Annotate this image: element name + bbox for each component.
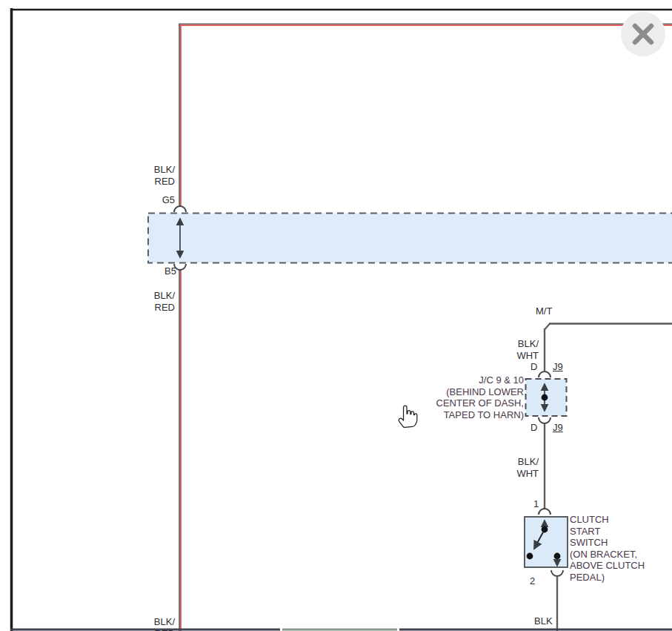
wire-mt-branch [545,324,672,330]
pin-label-d-upper: D [530,361,537,373]
close-icon [621,12,665,56]
terminal-label-g5: G5 [162,194,175,206]
branch-label-mt: M/T [536,305,552,317]
wire-label-blk-red-top: BLK/ RED [154,164,175,188]
highlight-band [148,214,672,263]
component-label-clutch-switch: CLUTCH START SWITCH (ON BRACKET, ABOVE C… [570,514,645,583]
pin-label-d-lower: D [530,422,537,434]
hand-cursor-icon [397,403,418,432]
pin-label-1: 1 [533,498,539,510]
wire-label-blk-wht-upper: BLK/ WHT [516,338,539,362]
pin-label-2: 2 [530,575,535,587]
component-label-junction: J/C 9 & 10 (BEHIND LOWER CENTER OF DASH,… [436,374,524,420]
connector-label-j9-lower: J9 [553,422,563,434]
wire-label-blk-red-bottom: BLK/ RED [154,616,175,631]
wire-label-blk-wht-lower: BLK/ WHT [516,456,539,480]
diagram-viewer: BLK/ RED G5 B5 BLK/ RED BLK/ RED M/T BLK… [0,0,672,631]
wire-label-blk: BLK [534,615,553,627]
close-button[interactable] [621,12,665,56]
wire-label-blk-red-mid: BLK/ RED [154,290,175,314]
clutch-start-switch-box [525,509,568,576]
connector-label-j9-upper: J9 [553,361,563,373]
junction-box [526,371,567,423]
terminal-label-b5: B5 [164,265,176,277]
